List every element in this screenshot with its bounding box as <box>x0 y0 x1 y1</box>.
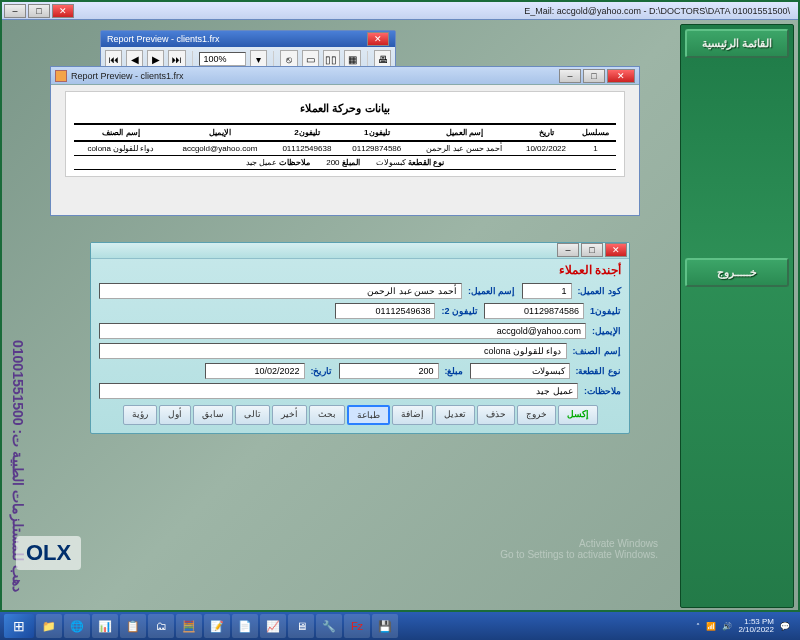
report-body-scroll[interactable]: بيانات وحركة العملاء مسلسل تاريخ إسم الع… <box>51 85 639 215</box>
task-app6-icon[interactable]: 📄 <box>232 614 258 638</box>
delete-button[interactable]: حذف <box>477 405 515 425</box>
tb-zoom-select[interactable]: 100% <box>199 52 247 66</box>
report-minimize-button[interactable]: – <box>559 69 581 83</box>
label-amount: مبلغ: <box>445 366 464 376</box>
cell-phone1: 01129874586 <box>342 141 412 156</box>
last-button[interactable]: أخير <box>272 405 307 425</box>
label-notes: ملاحظات: <box>584 386 621 396</box>
task-app9-icon[interactable]: 🔧 <box>316 614 342 638</box>
input-phone2[interactable]: 01112549638 <box>335 303 435 319</box>
cell-name: أحمد حسن عبد الرحمن <box>412 141 517 156</box>
label-item-name: إسم الصنف: <box>573 346 622 356</box>
cell-phone2: 01112549638 <box>272 141 342 156</box>
main-menu-button[interactable]: القائمة الرئيسية <box>685 29 789 58</box>
task-explorer-icon[interactable]: 📁 <box>36 614 62 638</box>
app-title-text: \E_Mail: accgold@yahoo.com - D:\DOCTORS\… <box>74 6 796 16</box>
exit-app-button[interactable]: خـــــروج <box>685 258 789 287</box>
task-app10-icon[interactable]: 💾 <box>372 614 398 638</box>
form-maximize-button[interactable]: □ <box>581 243 603 257</box>
col-email: الإيميل <box>168 124 272 141</box>
input-notes[interactable]: عميل جيد <box>99 383 578 399</box>
form-title: أجندة العملاء <box>99 263 621 277</box>
tray-up-icon[interactable]: ˄ <box>696 622 700 631</box>
task-filezilla-icon[interactable]: Fz <box>344 614 370 638</box>
sub-type-value: كبسولات <box>376 158 406 167</box>
col-item: إسم الصنف <box>74 124 168 141</box>
report-table: مسلسل تاريخ إسم العميل تليفون1 تليفون2 ا… <box>74 123 616 156</box>
form-close-button[interactable]: ✕ <box>605 243 627 257</box>
view-button[interactable]: رؤية <box>123 405 157 425</box>
label-email: الإيميل: <box>592 326 621 336</box>
sub-amount-value: 200 <box>326 158 339 167</box>
col-serial: مسلسل <box>575 124 616 141</box>
task-browser-icon[interactable]: 🌐 <box>64 614 90 638</box>
app-close-button[interactable]: ✕ <box>52 4 74 18</box>
form-exit-button[interactable]: خروج <box>517 405 556 425</box>
prev-button[interactable]: سابق <box>193 405 233 425</box>
col-phone2: تليفون2 <box>272 124 342 141</box>
tray-notifications-icon[interactable]: 💬 <box>780 622 790 631</box>
search-button[interactable]: بحث <box>309 405 345 425</box>
sub-notes-label: ملاحظات <box>279 158 310 167</box>
report-preview-window: Report Preview - clients1.frx – □ ✕ بيان… <box>50 66 640 216</box>
app-titlebar: – □ ✕ \E_Mail: accgold@yahoo.com - D:\DO… <box>2 2 798 20</box>
task-app7-icon[interactable]: 📈 <box>260 614 286 638</box>
table-row: 1 10/02/2022 أحمد حسن عبد الرحمن 0112987… <box>74 141 616 156</box>
tray-date: 2/10/2022 <box>738 626 774 634</box>
cell-email: accgold@yahoo.com <box>168 141 272 156</box>
sub-notes-value: عميل جيد <box>246 158 277 167</box>
watermark-line2: Go to Settings to activate Windows. <box>500 549 658 560</box>
input-client-name[interactable]: أحمد حسن عبد الرحمن <box>99 283 462 299</box>
side-panel: القائمة الرئيسية خـــــروج <box>680 24 794 608</box>
form-minimize-button[interactable]: – <box>557 243 579 257</box>
print-button[interactable]: طباعة <box>347 405 390 425</box>
app-maximize-button[interactable]: □ <box>28 4 50 18</box>
first-button[interactable]: أول <box>159 405 191 425</box>
activate-windows-watermark: Activate Windows Go to Settings to activ… <box>500 538 658 560</box>
sub-amount-label: المبلغ <box>342 158 360 167</box>
add-button[interactable]: إضافة <box>392 405 433 425</box>
clients-form-window: – □ ✕ أجندة العملاء كود العميل: 1 إسم ال… <box>90 242 630 434</box>
start-button[interactable]: ⊞ <box>4 614 34 638</box>
col-date: تاريخ <box>517 124 575 141</box>
next-button[interactable]: تالى <box>235 405 270 425</box>
input-item-name[interactable]: دواء للقولون colona <box>99 343 567 359</box>
input-client-code[interactable]: 1 <box>522 283 572 299</box>
input-phone1[interactable]: 01129874586 <box>484 303 584 319</box>
toolbar-window-title: Report Preview - clients1.frx <box>107 34 220 44</box>
label-phone2: تليفون 2: <box>441 306 478 316</box>
watermark-line1: Activate Windows <box>500 538 658 549</box>
task-app1-icon[interactable]: 📊 <box>92 614 118 638</box>
task-app3-icon[interactable]: 🗂 <box>148 614 174 638</box>
col-phone1: تليفون1 <box>342 124 412 141</box>
cell-item: دواء للقولون colona <box>74 141 168 156</box>
input-email[interactable]: accgold@yahoo.com <box>99 323 586 339</box>
vertical-banner: دهب للمستلزمات الطبية ت: 01001551500 <box>10 32 26 592</box>
input-date[interactable]: 10/02/2022 <box>205 363 305 379</box>
app-minimize-button[interactable]: – <box>4 4 26 18</box>
tray-sound-icon[interactable]: 🔊 <box>722 622 732 631</box>
input-amount[interactable]: 200 <box>339 363 439 379</box>
label-type: نوع القطعة: <box>576 366 622 376</box>
col-client: إسم العميل <box>412 124 517 141</box>
task-app8-icon[interactable]: 🖥 <box>288 614 314 638</box>
system-tray[interactable]: ˄ 📶 🔊 1:53 PM 2/10/2022 💬 <box>696 618 796 634</box>
app-main-frame: – □ ✕ \E_Mail: accgold@yahoo.com - D:\DO… <box>0 0 800 612</box>
label-client-code: كود العميل: <box>578 286 622 296</box>
cell-date: 10/02/2022 <box>517 141 575 156</box>
edit-button[interactable]: تعديل <box>435 405 475 425</box>
desktop: – □ ✕ \E_Mail: accgold@yahoo.com - D:\DO… <box>0 0 800 640</box>
report-maximize-button[interactable]: □ <box>583 69 605 83</box>
report-close-button[interactable]: ✕ <box>607 69 635 83</box>
report-app-icon <box>55 70 67 82</box>
report-page: بيانات وحركة العملاء مسلسل تاريخ إسم الع… <box>65 91 625 177</box>
report-subrow: نوع القطعة كبسولات المبلغ 200 ملاحظات عم… <box>74 156 616 170</box>
task-app2-icon[interactable]: 📋 <box>120 614 146 638</box>
excel-button[interactable]: إكسل <box>558 405 598 425</box>
toolbar-close-button[interactable]: ✕ <box>367 32 389 46</box>
input-type[interactable]: كبسولات <box>470 363 570 379</box>
form-button-row: إكسل خروج حذف تعديل إضافة طباعة بحث أخير… <box>99 405 621 425</box>
task-app5-icon[interactable]: 📝 <box>204 614 230 638</box>
task-app4-icon[interactable]: 🧮 <box>176 614 202 638</box>
tray-network-icon[interactable]: 📶 <box>706 622 716 631</box>
